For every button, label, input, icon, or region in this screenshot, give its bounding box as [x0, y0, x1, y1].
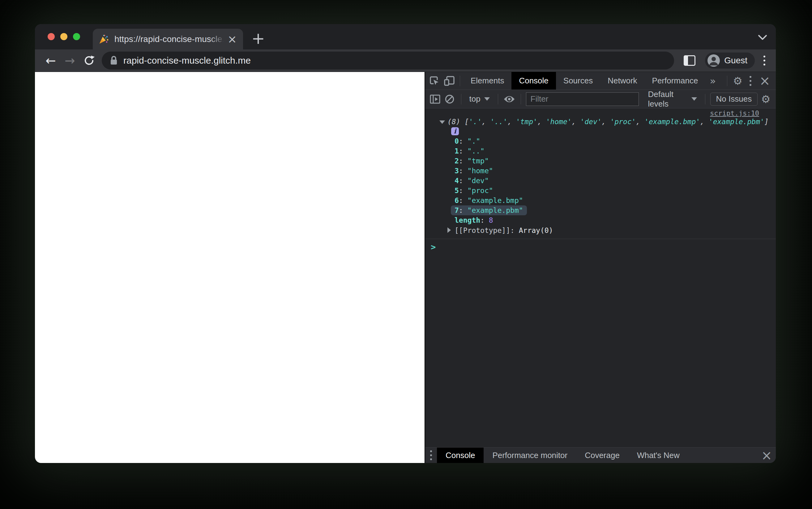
- drawer-tab-console[interactable]: Console: [437, 447, 483, 463]
- tab-strip: https://rapid-concise-muscle.g × +: [35, 24, 776, 49]
- address-bar[interactable]: rapid-concise-muscle.glitch.me: [102, 52, 674, 69]
- browser-window: https://rapid-concise-muscle.g × + ← → r…: [35, 24, 776, 463]
- devtools-panel: ElementsConsoleSourcesNetworkPerformance…: [425, 72, 776, 463]
- url-text: rapid-concise-muscle.glitch.me: [123, 55, 251, 66]
- devtools-tab-performance[interactable]: Performance: [645, 72, 706, 90]
- device-toolbar-icon[interactable]: [442, 73, 457, 88]
- tab-title: https://rapid-concise-muscle.g: [115, 34, 223, 44]
- clear-console-icon[interactable]: [443, 92, 456, 107]
- profile-name: Guest: [724, 56, 747, 66]
- drawer-menu-button[interactable]: [425, 450, 437, 460]
- console-toolbar: top Default levels No Issues ⚙: [425, 90, 776, 108]
- drawer-tab-what-s-new[interactable]: What's New: [628, 447, 688, 463]
- devtools-close-icon[interactable]: ×: [756, 73, 774, 88]
- forward-button[interactable]: →: [60, 51, 80, 70]
- filter-input[interactable]: [526, 92, 639, 106]
- drawer-close-icon[interactable]: ×: [757, 448, 776, 463]
- inspect-element-icon[interactable]: [427, 73, 442, 88]
- console-settings-icon[interactable]: ⚙: [759, 92, 772, 107]
- console-messages: script.js:10 (8) ['.', '..', 'tmp', 'hom…: [425, 108, 776, 447]
- profile-button[interactable]: Guest: [705, 53, 755, 69]
- devtools-drawer: ConsolePerformance monitorCoverageWhat's…: [425, 447, 776, 463]
- console-sidebar-toggle-icon[interactable]: [429, 92, 442, 107]
- drawer-tab-performance-monitor[interactable]: Performance monitor: [483, 447, 576, 463]
- window-controls: [48, 33, 80, 40]
- devtools-tab-console[interactable]: Console: [511, 72, 556, 90]
- back-button[interactable]: ←: [41, 51, 60, 70]
- log-levels-dropdown[interactable]: Default levels: [645, 90, 700, 109]
- array-item-row[interactable]: 6: "example.bmp": [425, 196, 776, 205]
- issues-counter-button[interactable]: No Issues: [710, 93, 758, 106]
- devtools-tab-sources[interactable]: Sources: [556, 72, 600, 90]
- devtools-tabbar: ElementsConsoleSourcesNetworkPerformance…: [425, 72, 776, 90]
- side-panel-button[interactable]: [681, 52, 698, 69]
- lock-icon: [110, 56, 118, 66]
- live-expression-eye-icon[interactable]: [503, 92, 516, 107]
- navigation-toolbar: ← → rapid-concise-muscle.glitch.me: [35, 49, 776, 72]
- devtools-settings-icon[interactable]: ⚙: [730, 73, 745, 88]
- chevron-down-icon: [691, 97, 697, 101]
- devtools-tab-network[interactable]: Network: [600, 72, 645, 90]
- array-item-row[interactable]: 7: "example.pbm": [425, 205, 776, 215]
- collapse-triangle-icon[interactable]: [439, 121, 445, 124]
- console-prompt[interactable]: >: [425, 239, 776, 252]
- new-tab-button[interactable]: +: [248, 28, 268, 48]
- minimize-window-button[interactable]: [60, 33, 67, 40]
- page-viewport: [35, 72, 425, 463]
- array-item-row[interactable]: 1: "..": [425, 146, 776, 156]
- reload-button[interactable]: [80, 51, 99, 70]
- expand-triangle-icon[interactable]: [447, 227, 451, 233]
- array-length-row: length: 8: [425, 215, 776, 225]
- chevron-down-icon: [484, 97, 490, 101]
- prototype-row[interactable]: [[Prototype]]: Array(0): [425, 225, 776, 236]
- side-panel-icon: [684, 55, 695, 66]
- devtools-menu-button[interactable]: [745, 76, 756, 86]
- devtools-tabs: ElementsConsoleSourcesNetworkPerformance: [463, 72, 705, 90]
- array-item-row[interactable]: 2: "tmp": [425, 156, 776, 166]
- info-badge-icon[interactable]: i: [451, 127, 459, 135]
- console-array-summary[interactable]: (8) ['.', '..', 'tmp', 'home', 'dev', 'p…: [425, 117, 776, 126]
- close-window-button[interactable]: [48, 33, 55, 40]
- drawer-tabs: ConsolePerformance monitorCoverageWhat's…: [437, 447, 688, 463]
- array-item-row[interactable]: 3: "home": [425, 166, 776, 176]
- source-link[interactable]: script.js:10: [710, 109, 759, 117]
- party-popper-favicon: [98, 34, 110, 45]
- browser-menu-button[interactable]: [759, 56, 770, 66]
- avatar-icon: [708, 54, 720, 67]
- window-content: ElementsConsoleSourcesNetworkPerformance…: [35, 72, 776, 463]
- array-items: 0: "."1: ".."2: "tmp"3: "home"4: "dev"5:…: [425, 136, 776, 215]
- maximize-window-button[interactable]: [73, 33, 80, 40]
- drawer-tab-coverage[interactable]: Coverage: [576, 447, 628, 463]
- devtools-tab-elements[interactable]: Elements: [463, 72, 511, 90]
- array-item-row[interactable]: 0: ".": [425, 136, 776, 146]
- screenshot-canvas: { "colors":{"string_teal":"#5bd6c8","ind…: [0, 0, 812, 509]
- more-tabs-button[interactable]: »: [705, 75, 720, 87]
- tab-search-chevron-icon[interactable]: [757, 34, 768, 41]
- array-item-row[interactable]: 5: "proc": [425, 185, 776, 196]
- tab-close-icon[interactable]: ×: [226, 34, 238, 45]
- browser-tab[interactable]: https://rapid-concise-muscle.g ×: [93, 29, 243, 49]
- array-item-row[interactable]: 4: "dev": [425, 176, 776, 185]
- context-selector[interactable]: top: [466, 94, 493, 104]
